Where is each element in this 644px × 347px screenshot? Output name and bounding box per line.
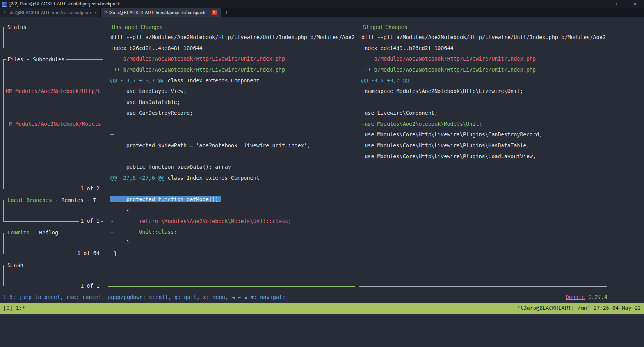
- maximize-button[interactable]: □: [609, 0, 626, 8]
- tab-2[interactable]: 2: l3aro@BLACKHEART: /mnt/d/projects/bac…: [101, 8, 221, 17]
- tab-1[interactable]: 1: stal@BLACKHEART: /mnt/c/Users/dgbao ×: [0, 8, 101, 17]
- staged-diff: diff --git a/Modules/Aoe2Notebook/Http/L…: [359, 27, 607, 286]
- diff-line[interactable]: +: [110, 129, 355, 140]
- diff-line[interactable]: }: [110, 238, 355, 249]
- tab-1-label: 1: stal@BLACKHEART: /mnt/c/Users/dgbao: [4, 10, 91, 15]
- diff-line[interactable]: +++ b/Modules/Aoe2Notebook/Http/Livewire…: [110, 64, 355, 75]
- files-panel-title[interactable]: Files - Submodules: [6, 54, 66, 65]
- diff-line[interactable]: {: [110, 205, 355, 216]
- diff-line[interactable]: - return \Modules\Aoe2Notebook\Models\Un…: [110, 216, 355, 227]
- tmux-session-info: [0] 1:*: [3, 303, 25, 314]
- files-count: 1 of 2: [79, 183, 101, 194]
- keybindings-hint: 1-5: jump to panel, esc: cancel, pgup/pg…: [3, 292, 285, 303]
- terminal-window: [2/2] l3aro@BLACKHEART: /mnt/d/projects/…: [0, 0, 644, 347]
- diff-line[interactable]: index edc14d3..b26cd2f 100644: [361, 43, 607, 54]
- diff-line[interactable]: @@ -13,7 +13,7 @@ class Index extends Co…: [110, 75, 355, 86]
- unstaged-changes-panel: Unstaged Changes diff --git a/Modules/Ao…: [108, 27, 355, 287]
- diff-line[interactable]: +use Modules\Aoe2Notebook\Models\Unit;: [361, 119, 607, 130]
- diff-line[interactable]: index b26cd2f..4ae848f 100644: [110, 43, 355, 54]
- tab-2-close-icon[interactable]: ×: [212, 10, 217, 15]
- window-controls: — □ ×: [591, 0, 644, 8]
- tab-2-label: 2: l3aro@BLACKHEART: /mnt/d/projects/bac…: [104, 10, 208, 15]
- stash-panel: Stash 1 of 1: [3, 265, 103, 286]
- diff-line[interactable]: use LoadLayoutView;: [110, 86, 355, 97]
- staged-changes-panel: Staged Changes diff --git a/Modules/Aoe2…: [359, 27, 607, 287]
- version-label: 0.27.4: [585, 292, 607, 303]
- unstaged-diff: diff --git a/Modules/Aoe2Notebook/Http/L…: [108, 27, 355, 286]
- new-tab-button[interactable]: +: [221, 8, 232, 17]
- window-title: [2/2] l3aro@BLACKHEART: /mnt/d/projects/…: [9, 1, 123, 7]
- tab-bar: 1: stal@BLACKHEART: /mnt/c/Users/dgbao ×…: [0, 8, 644, 17]
- diff-line[interactable]: @@ -27,6 +27,6 @@ class Index extends Co…: [110, 173, 355, 184]
- commits-count: 1 of 64: [76, 248, 101, 259]
- files-panel: Files - Submodules MM Modules/Aoe2Notebo…: [3, 59, 103, 189]
- branches-panel: Local Branches - Remotes - T * main ↑0↓0…: [3, 200, 103, 222]
- minimize-button[interactable]: —: [591, 0, 609, 8]
- diff-line[interactable]: use Modules\Core\Http\Livewire\Plugins\L…: [361, 151, 607, 162]
- file-item[interactable]: MM Modules/Aoe2Notebook/Http/L: [6, 86, 103, 97]
- app-icon: [2, 2, 7, 7]
- unstaged-panel-title[interactable]: Unstaged Changes: [111, 22, 164, 33]
- tmux-host-info: "l3aro@BLACKHEART: /mn" 17:26 04-May-22: [517, 303, 641, 314]
- donate-link[interactable]: Donate: [566, 292, 585, 303]
- diff-line[interactable]: --- a/Modules/Aoe2Notebook/Http/Livewire…: [361, 54, 607, 64]
- commits-panel: Commits - Reflog 95a25d03highlight code …: [3, 233, 103, 254]
- tmux-status-bar: [0] 1:* "l3aro@BLACKHEART: /mn" 17:26 04…: [0, 303, 644, 314]
- diff-line[interactable]: use Modules\Core\Http\Livewire\Plugins\H…: [361, 140, 607, 151]
- diff-line[interactable]: use HasDataTable;: [110, 97, 355, 108]
- options-bar: 1-5: jump to panel, esc: cancel, pgup/pg…: [3, 292, 607, 303]
- diff-line[interactable]: @@ -3,6 +3,7 @@: [361, 75, 607, 86]
- diff-line[interactable]: protected $viewPath = 'aoe2notebook::liv…: [110, 140, 355, 151]
- titlebar: [2/2] l3aro@BLACKHEART: /mnt/d/projects/…: [0, 0, 644, 8]
- diff-line[interactable]: namespace Modules\Aoe2Notebook\Http\Live…: [361, 86, 607, 97]
- diff-line[interactable]: [361, 97, 607, 108]
- status-panel-title[interactable]: Status: [6, 22, 28, 33]
- diff-line[interactable]: --- a/Modules/Aoe2Notebook/Http/Livewire…: [110, 54, 355, 64]
- diff-line[interactable]: + Unit::class;: [110, 227, 355, 238]
- diff-line[interactable]: [110, 184, 355, 195]
- diff-line[interactable]: [110, 151, 355, 162]
- stash-panel-title[interactable]: Stash: [6, 260, 25, 271]
- diff-line[interactable]: use Modules\Core\Http\Livewire\Plugins\C…: [361, 129, 607, 140]
- status-panel: Status ↑0↓0 backpack → main: [3, 27, 103, 48]
- diff-line[interactable]: public function viewData(): array: [110, 162, 355, 173]
- branches-panel-title[interactable]: Local Branches - Remotes - T: [6, 195, 98, 206]
- stash-count: 1 of 1: [79, 281, 101, 292]
- diff-line[interactable]: +++ b/Modules/Aoe2Notebook/Http/Livewire…: [361, 64, 607, 75]
- tab-1-close-icon[interactable]: ×: [94, 11, 97, 15]
- file-item[interactable]: M Modules/Aoe2Notebook/Models: [6, 119, 103, 130]
- staged-panel-title[interactable]: Staged Changes: [362, 22, 409, 33]
- diff-line[interactable]: protected function getModel(): [110, 194, 355, 205]
- close-button[interactable]: ×: [626, 0, 644, 8]
- branches-count: 1 of 1: [79, 216, 101, 227]
- diff-line[interactable]: use Livewire\Component;: [361, 108, 607, 119]
- terminal-content: Status ↑0↓0 backpack → main Files - Subm…: [0, 17, 644, 347]
- commits-panel-title[interactable]: Commits - Reflog: [6, 227, 59, 238]
- diff-line[interactable]: }: [110, 249, 355, 259]
- diff-line[interactable]: -: [110, 119, 355, 130]
- diff-line[interactable]: use CanDestroyRecord;: [110, 108, 355, 119]
- diff-line[interactable]: diff --git a/Modules/Aoe2Notebook/Http/L…: [361, 32, 607, 43]
- diff-line[interactable]: diff --git a/Modules/Aoe2Notebook/Http/L…: [110, 32, 355, 43]
